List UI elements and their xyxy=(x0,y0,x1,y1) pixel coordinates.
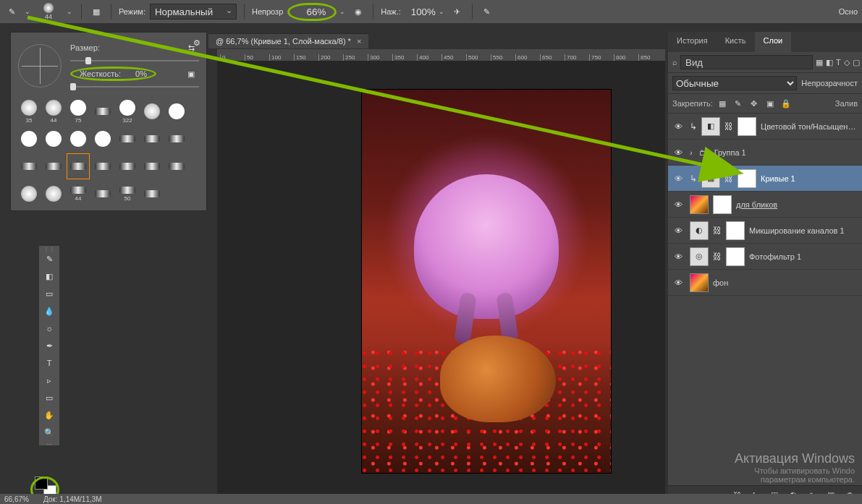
mask-thumb[interactable] xyxy=(738,117,756,136)
layer-name[interactable]: Кривые 1 xyxy=(761,174,859,183)
brush-preset[interactable] xyxy=(141,127,163,151)
path-select-tool[interactable]: ▹ xyxy=(39,372,59,389)
brush-preset[interactable] xyxy=(43,181,64,206)
layer-row[interactable]: 👁◐⛓Микширование каналов 1 xyxy=(668,218,862,244)
brush-preset[interactable] xyxy=(92,154,114,179)
filter-adj-icon[interactable]: ◧ xyxy=(826,56,833,69)
tab-brush[interactable]: Кисть xyxy=(717,32,755,52)
brush-preset[interactable]: 322 xyxy=(117,99,138,124)
tool-preset-chevron-icon[interactable]: ⌄ xyxy=(23,8,32,15)
brush-preset[interactable]: 44 xyxy=(43,99,64,124)
visibility-toggle-icon[interactable]: 👁 xyxy=(671,226,685,235)
brush-preset[interactable] xyxy=(18,154,40,179)
brush-preset[interactable] xyxy=(92,99,114,124)
opacity-input[interactable] xyxy=(298,7,326,17)
visibility-toggle-icon[interactable]: 👁 xyxy=(671,252,685,261)
brush-preset[interactable]: 44 xyxy=(67,181,89,206)
brush-preset[interactable] xyxy=(141,181,163,206)
layer-name[interactable]: Цветовой тон/Насыщенность xyxy=(761,122,859,131)
dodge-tool[interactable]: ☼ xyxy=(39,320,59,337)
rectangle-tool[interactable]: ▭ xyxy=(39,389,59,406)
brush-preset[interactable] xyxy=(18,127,40,151)
tab-layers[interactable]: Слои xyxy=(755,32,792,52)
mask-link-icon[interactable]: ⛓ xyxy=(724,174,733,184)
lock-position-icon[interactable]: ✎ xyxy=(732,97,745,110)
mask-link-icon[interactable]: ⛓ xyxy=(713,252,722,262)
mask-thumb[interactable] xyxy=(726,221,745,240)
brush-preset[interactable] xyxy=(166,127,187,151)
visibility-toggle-icon[interactable]: 👁 xyxy=(671,200,685,209)
zoom-tool[interactable]: 🔍 xyxy=(39,424,59,441)
canvas-area[interactable] xyxy=(217,61,665,494)
brush-preset[interactable] xyxy=(67,127,89,151)
layer-row[interactable]: 👁для бликов xyxy=(668,192,862,218)
pen-tool[interactable]: ✒ xyxy=(39,337,59,354)
brush-preset[interactable] xyxy=(117,127,138,151)
mask-link-icon[interactable]: ⛓ xyxy=(724,121,733,132)
layer-name[interactable]: Микширование каналов 1 xyxy=(749,226,859,235)
flow-input[interactable] xyxy=(405,7,436,17)
tab-history[interactable]: История xyxy=(668,32,717,52)
layer-name[interactable]: для бликов xyxy=(736,200,859,209)
layer-name[interactable]: Фотофильтр 1 xyxy=(749,252,859,261)
brush-tool[interactable]: ✎ xyxy=(39,250,59,268)
layer-row[interactable]: 👁›🗀Группа 1 xyxy=(668,140,862,166)
hand-tool[interactable]: ✋ xyxy=(39,406,59,424)
new-brush-icon[interactable]: ▣ xyxy=(183,66,199,82)
visibility-toggle-icon[interactable]: 👁 xyxy=(671,174,685,183)
type-tool[interactable]: T xyxy=(39,354,59,372)
mask-link-icon[interactable]: ⛓ xyxy=(713,226,722,236)
blur-tool[interactable]: 💧 xyxy=(39,302,59,320)
airbrush-icon[interactable]: ✈ xyxy=(450,4,465,19)
opacity-chevron-icon[interactable]: ⌄ xyxy=(338,8,347,15)
status-zoom[interactable]: 66,67% xyxy=(4,495,29,503)
close-tab-icon[interactable]: × xyxy=(357,37,361,46)
brush-picker-chevron-icon[interactable]: ⌄ xyxy=(65,8,74,15)
filter-shape-icon[interactable]: ◇ xyxy=(844,56,850,69)
status-doc-size[interactable]: Док: 1,14M/11,3M xyxy=(43,495,102,503)
brush-preset[interactable] xyxy=(141,99,163,124)
layer-row[interactable]: 👁↳▩⛓Кривые 1 xyxy=(668,166,862,192)
lock-all-icon[interactable]: 🔒 xyxy=(779,97,793,110)
brush-preset[interactable]: 75 xyxy=(67,99,89,124)
brush-popover-gear-icon[interactable]: ⚙ xyxy=(193,38,200,48)
layer-name[interactable]: Группа 1 xyxy=(714,148,859,157)
brush-preset[interactable] xyxy=(43,154,64,179)
filter-pixel-icon[interactable]: ▦ xyxy=(816,56,823,69)
visibility-toggle-icon[interactable]: 👁 xyxy=(671,278,685,287)
mask-thumb[interactable] xyxy=(738,169,756,188)
brush-preset[interactable] xyxy=(166,99,187,124)
visibility-toggle-icon[interactable]: 👁 xyxy=(671,148,685,157)
lock-pixels-icon[interactable]: ▦ xyxy=(716,97,729,110)
brush-size-slider[interactable] xyxy=(70,60,199,61)
lock-move-icon[interactable]: ✥ xyxy=(748,97,761,110)
brush-preset[interactable]: 35 xyxy=(18,99,40,124)
brush-panel-toggle-icon[interactable]: ▩ xyxy=(89,4,103,19)
brush-hardness-value[interactable]: 0% xyxy=(135,69,147,78)
layer-row[interactable]: 👁фон xyxy=(668,270,862,296)
gradient-tool[interactable]: ▭ xyxy=(39,285,59,302)
brush-preset[interactable] xyxy=(166,154,187,179)
brush-preset[interactable] xyxy=(141,154,163,179)
layer-name[interactable]: фон xyxy=(713,278,859,287)
mask-thumb[interactable] xyxy=(726,247,745,266)
expand-chevron-icon[interactable]: › xyxy=(690,148,693,157)
opacity-pressure-icon[interactable]: ◉ xyxy=(351,4,365,19)
mask-thumb[interactable] xyxy=(713,195,732,214)
size-pressure-icon[interactable]: ✎ xyxy=(480,4,494,19)
filter-type-icon[interactable]: T xyxy=(836,56,841,69)
document-tab[interactable]: @ 66,7% (Кривые 1, Слой-маска/8) *× xyxy=(208,33,368,48)
eraser-tool[interactable]: ◧ xyxy=(39,268,59,285)
blend-mode-select[interactable]: Нормальный xyxy=(150,4,237,20)
brush-preset[interactable] xyxy=(43,127,64,151)
brush-preset[interactable]: 50 xyxy=(117,181,138,206)
layer-row[interactable]: 👁◎⛓Фотофильтр 1 xyxy=(668,244,862,270)
brush-angle-wheel[interactable] xyxy=(18,44,62,87)
layer-row[interactable]: 👁↳◧⛓Цветовой тон/Насыщенность xyxy=(668,114,862,140)
brush-preset[interactable] xyxy=(67,154,89,179)
filter-smart-icon[interactable]: ▢ xyxy=(853,56,860,69)
options-bar-right-label[interactable]: Осно xyxy=(839,7,858,16)
flow-chevron-icon[interactable]: ⌄ xyxy=(437,8,446,15)
brush-preset[interactable] xyxy=(117,154,138,179)
brush-preset[interactable] xyxy=(92,127,114,151)
